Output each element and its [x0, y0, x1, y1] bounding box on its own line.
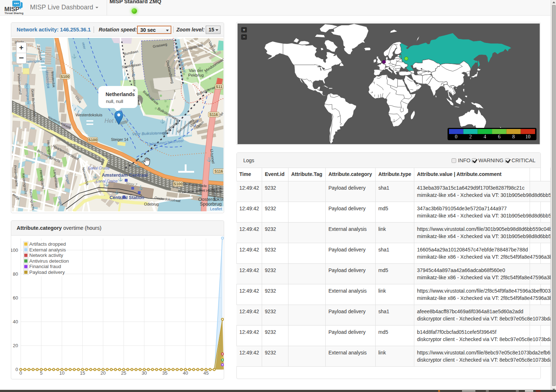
svg-text:100: 100	[11, 247, 18, 253]
svg-text:Leaflet: Leaflet	[210, 207, 222, 211]
svg-text:⚓: ⚓	[138, 185, 143, 190]
svg-text:Payload delivery: Payload delivery	[29, 270, 65, 275]
svg-text:⚓: ⚓	[93, 173, 98, 178]
svg-text:20: 20	[100, 370, 106, 376]
svg-text:40: 40	[183, 370, 188, 376]
svg-text:S100: S100	[88, 138, 97, 142]
svg-text:Artifacts dropped: Artifacts dropped	[29, 241, 66, 247]
svg-text:5: 5	[40, 370, 43, 376]
svg-text:+: +	[19, 43, 23, 52]
svg-text:20: 20	[13, 343, 18, 348]
svg-text:4: 4	[484, 134, 486, 139]
svg-text:Centraal Station: Centraal Station	[110, 195, 144, 200]
svg-text:S116: S116	[214, 169, 223, 173]
svg-text:0: 0	[16, 367, 18, 372]
svg-text:10: 10	[525, 134, 530, 139]
svg-text:⚓: ⚓	[114, 189, 119, 194]
svg-text:Netherlands: Netherlands	[106, 91, 135, 97]
svg-text:S100: S100	[174, 182, 183, 186]
svg-text:Pekbrug: Pekbrug	[188, 73, 204, 77]
svg-text:⚓: ⚓	[160, 119, 165, 124]
svg-text:2: 2	[469, 134, 472, 139]
svg-text:6: 6	[498, 134, 500, 139]
svg-text:0: 0	[20, 370, 22, 376]
svg-text:+: +	[243, 27, 245, 33]
svg-text:45: 45	[204, 370, 209, 376]
svg-text:Odebrug: Odebrug	[144, 202, 159, 206]
svg-text:⚓: ⚓	[72, 53, 77, 59]
svg-text:25: 25	[121, 370, 126, 376]
svg-text:80: 80	[13, 271, 18, 277]
svg-text:×: ×	[133, 87, 136, 93]
svg-text:S100: S100	[60, 74, 69, 79]
svg-text:S116: S116	[209, 112, 218, 117]
svg-text:−: −	[19, 53, 24, 63]
svg-text:−: −	[243, 34, 245, 39]
svg-text:Canal Cruise: Canal Cruise	[88, 166, 110, 170]
svg-text:Steiger 14: Steiger 14	[111, 137, 128, 142]
svg-text:0: 0	[455, 134, 457, 139]
svg-text:60: 60	[13, 295, 18, 301]
svg-text:null, null: null, null	[106, 99, 123, 104]
svg-text:Westerdoksluis: Westerdoksluis	[76, 113, 103, 117]
svg-text:Financial fraud: Financial fraud	[29, 264, 61, 269]
svg-text:Threat Sharing: Threat Sharing	[5, 12, 24, 15]
svg-text:8: 8	[512, 134, 515, 139]
svg-text:40: 40	[13, 319, 18, 324]
svg-text:15: 15	[80, 370, 85, 376]
svg-text:Van der: Van der	[189, 68, 203, 73]
svg-text:Spoorbrug: Spoorbrug	[200, 201, 222, 207]
svg-text:External analysis: External analysis	[29, 247, 66, 253]
svg-text:30: 30	[142, 370, 147, 376]
svg-text:Canal Cruise: Canal Cruise	[96, 179, 118, 183]
svg-text:Network activity: Network activity	[29, 253, 63, 258]
svg-text:35: 35	[162, 370, 167, 376]
svg-text:S11: S11	[216, 85, 222, 89]
svg-text:10: 10	[59, 370, 64, 376]
svg-text:Antivirus detection: Antivirus detection	[29, 258, 69, 264]
